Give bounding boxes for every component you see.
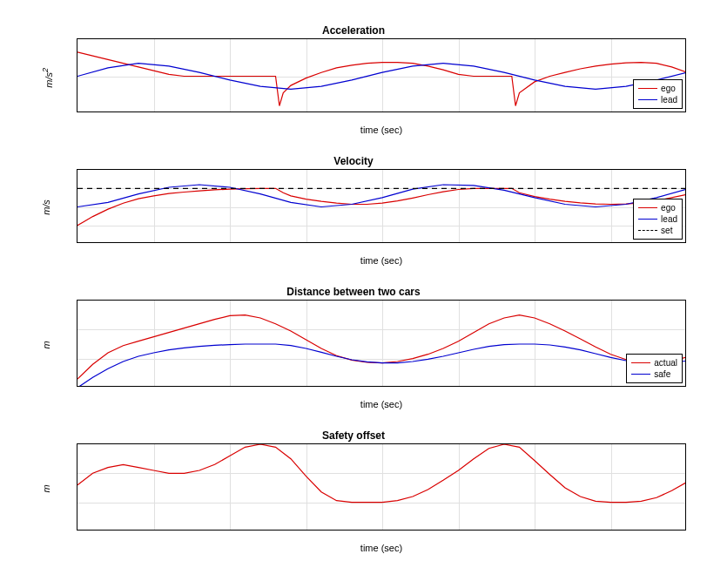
xlabel-1: time (sec) — [77, 125, 686, 135]
xlabel-3: time (sec) — [77, 399, 686, 409]
figure: Acceleration 01020304050607080-202egolea… — [0, 0, 707, 588]
legend: egoleadset — [633, 199, 683, 240]
legend-label: ego — [661, 83, 676, 94]
xlabel-4: time (sec) — [77, 543, 686, 553]
legend-label: lead — [661, 94, 677, 105]
legend-label: safe — [654, 368, 670, 380]
legend-entry: ego — [638, 202, 677, 213]
legend-swatch — [631, 374, 650, 375]
chart-panel-safety: 01020304050607080-50510 m — [77, 443, 686, 531]
chart-title-3: Distance between two cars — [0, 286, 707, 298]
chart-title-4: Safety offset — [0, 429, 707, 442]
ylabel-2: m/s — [41, 199, 51, 215]
chart-title-1: Acceleration — [0, 24, 707, 37]
legend-swatch — [638, 88, 657, 89]
legend: actualsafe — [626, 354, 683, 383]
legend-entry: ego — [638, 83, 677, 94]
series-line-safe — [77, 344, 686, 387]
legend: egolead — [633, 79, 683, 109]
plot-area-1: 01020304050607080-202egolead — [77, 38, 686, 112]
ylabel-1: m/s2 — [41, 68, 54, 88]
chart-panel-acceleration: 01020304050607080-202egolead m/s2 — [77, 38, 686, 112]
legend-entry: set — [638, 225, 677, 236]
legend-entry: actual — [631, 357, 677, 368]
legend-label: set — [661, 225, 672, 236]
legend-swatch — [638, 207, 657, 208]
legend-swatch — [638, 230, 657, 231]
chart-title-2: Velocity — [0, 155, 707, 167]
xlabel-2: time (sec) — [77, 255, 686, 266]
legend-entry: lead — [638, 213, 677, 225]
plot-area-4: 01020304050607080-50510 — [77, 443, 686, 531]
legend-swatch — [631, 362, 650, 363]
series-line-ego — [77, 52, 686, 106]
legend-entry: safe — [631, 368, 677, 380]
ylabel-3: m — [41, 341, 51, 348]
chart-panel-distance: 0102030405060708040506070actualsafe m — [77, 300, 686, 387]
legend-entry: lead — [638, 94, 677, 105]
series-line-offset — [77, 444, 686, 503]
legend-swatch — [638, 99, 657, 100]
series-line-lead — [77, 64, 686, 90]
plot-area-2: 010203040506070801520253035egoleadset — [77, 169, 686, 243]
ylabel-4: m — [41, 484, 51, 492]
chart-panel-velocity: 010203040506070801520253035egoleadset m/… — [77, 169, 686, 243]
legend-label: actual — [654, 357, 677, 368]
series-line-actual — [77, 315, 686, 379]
legend-label: lead — [661, 213, 677, 225]
legend-swatch — [638, 219, 657, 220]
legend-label: ego — [661, 202, 676, 213]
plot-area-3: 0102030405060708040506070actualsafe — [77, 300, 686, 387]
